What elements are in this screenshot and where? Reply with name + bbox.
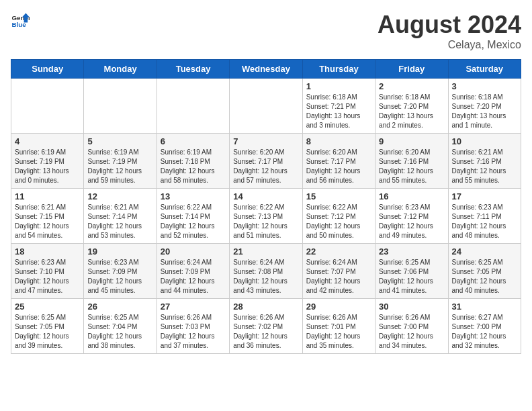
day-info: Sunrise: 6:23 AM Sunset: 7:09 PM Dayligh…	[87, 258, 152, 295]
calendar-cell: 7Sunrise: 6:20 AM Sunset: 7:17 PM Daylig…	[230, 134, 302, 189]
calendar-cell: 19Sunrise: 6:23 AM Sunset: 7:09 PM Dayli…	[84, 244, 157, 299]
day-number: 8	[306, 136, 371, 146]
calendar-cell: 25Sunrise: 6:25 AM Sunset: 7:05 PM Dayli…	[11, 299, 84, 354]
weekday-header-saturday: Saturday	[448, 60, 521, 79]
day-info: Sunrise: 6:22 AM Sunset: 7:13 PM Dayligh…	[233, 203, 298, 240]
day-number: 10	[452, 136, 517, 146]
logo: General Blue	[11, 11, 30, 30]
weekday-header-sunday: Sunday	[11, 60, 84, 79]
day-number: 13	[161, 191, 226, 201]
week-row-1: 1Sunrise: 6:18 AM Sunset: 7:21 PM Daylig…	[11, 79, 521, 134]
month-title: August 2024	[378, 11, 521, 39]
calendar-cell: 3Sunrise: 6:18 AM Sunset: 7:20 PM Daylig…	[448, 79, 521, 134]
day-number: 20	[161, 246, 226, 257]
day-number: 9	[379, 136, 444, 146]
day-number: 1	[306, 81, 371, 91]
day-info: Sunrise: 6:25 AM Sunset: 7:04 PM Dayligh…	[87, 313, 152, 351]
weekday-header-wednesday: Wednesday	[230, 60, 302, 79]
day-info: Sunrise: 6:23 AM Sunset: 7:10 PM Dayligh…	[15, 258, 80, 295]
day-info: Sunrise: 6:24 AM Sunset: 7:08 PM Dayligh…	[233, 258, 298, 295]
calendar-cell	[157, 79, 229, 134]
weekday-header-row: SundayMondayTuesdayWednesdayThursdayFrid…	[11, 60, 521, 79]
day-number: 26	[87, 302, 152, 312]
day-info: Sunrise: 6:18 AM Sunset: 7:20 PM Dayligh…	[452, 93, 517, 130]
calendar-cell: 4Sunrise: 6:19 AM Sunset: 7:19 PM Daylig…	[11, 134, 84, 189]
day-info: Sunrise: 6:25 AM Sunset: 7:05 PM Dayligh…	[15, 313, 80, 351]
location-title: Celaya, Mexico	[378, 39, 521, 51]
calendar-cell: 29Sunrise: 6:26 AM Sunset: 7:01 PM Dayli…	[302, 299, 375, 354]
calendar-cell: 31Sunrise: 6:27 AM Sunset: 7:00 PM Dayli…	[448, 299, 521, 354]
day-number: 4	[15, 136, 80, 146]
day-number: 25	[15, 302, 80, 312]
calendar-cell: 20Sunrise: 6:24 AM Sunset: 7:09 PM Dayli…	[157, 244, 229, 299]
title-area: August 2024 Celaya, Mexico	[378, 11, 521, 51]
day-number: 19	[87, 246, 152, 257]
day-info: Sunrise: 6:24 AM Sunset: 7:07 PM Dayligh…	[306, 258, 371, 295]
calendar-cell	[11, 79, 84, 134]
day-info: Sunrise: 6:27 AM Sunset: 7:00 PM Dayligh…	[452, 313, 517, 351]
day-number: 2	[379, 81, 444, 91]
day-number: 15	[306, 191, 371, 201]
day-info: Sunrise: 6:20 AM Sunset: 7:17 PM Dayligh…	[233, 148, 298, 185]
day-info: Sunrise: 6:23 AM Sunset: 7:11 PM Dayligh…	[452, 203, 517, 240]
day-info: Sunrise: 6:18 AM Sunset: 7:20 PM Dayligh…	[379, 93, 444, 130]
calendar-cell: 2Sunrise: 6:18 AM Sunset: 7:20 PM Daylig…	[375, 79, 448, 134]
day-number: 28	[233, 302, 298, 312]
day-number: 16	[379, 191, 444, 201]
calendar-cell: 10Sunrise: 6:21 AM Sunset: 7:16 PM Dayli…	[448, 134, 521, 189]
calendar-cell: 17Sunrise: 6:23 AM Sunset: 7:11 PM Dayli…	[448, 189, 521, 244]
day-number: 27	[161, 302, 226, 312]
day-number: 18	[15, 246, 80, 257]
calendar-cell: 16Sunrise: 6:23 AM Sunset: 7:12 PM Dayli…	[375, 189, 448, 244]
day-number: 3	[452, 81, 517, 91]
calendar-cell: 5Sunrise: 6:19 AM Sunset: 7:19 PM Daylig…	[84, 134, 157, 189]
day-number: 22	[306, 246, 371, 257]
week-row-2: 4Sunrise: 6:19 AM Sunset: 7:19 PM Daylig…	[11, 134, 521, 189]
day-info: Sunrise: 6:19 AM Sunset: 7:19 PM Dayligh…	[15, 148, 80, 185]
day-number: 31	[452, 302, 517, 312]
day-info: Sunrise: 6:26 AM Sunset: 7:01 PM Dayligh…	[306, 313, 371, 351]
day-info: Sunrise: 6:26 AM Sunset: 7:02 PM Dayligh…	[233, 313, 298, 351]
day-info: Sunrise: 6:21 AM Sunset: 7:15 PM Dayligh…	[15, 203, 80, 240]
day-info: Sunrise: 6:22 AM Sunset: 7:14 PM Dayligh…	[161, 203, 226, 240]
day-info: Sunrise: 6:22 AM Sunset: 7:12 PM Dayligh…	[306, 203, 371, 240]
day-info: Sunrise: 6:19 AM Sunset: 7:19 PM Dayligh…	[87, 148, 152, 185]
calendar-cell: 11Sunrise: 6:21 AM Sunset: 7:15 PM Dayli…	[11, 189, 84, 244]
calendar-cell: 27Sunrise: 6:26 AM Sunset: 7:03 PM Dayli…	[157, 299, 229, 354]
day-info: Sunrise: 6:21 AM Sunset: 7:16 PM Dayligh…	[452, 148, 517, 185]
day-number: 14	[233, 191, 298, 201]
day-info: Sunrise: 6:23 AM Sunset: 7:12 PM Dayligh…	[379, 203, 444, 240]
day-info: Sunrise: 6:26 AM Sunset: 7:00 PM Dayligh…	[379, 313, 444, 351]
calendar-cell: 9Sunrise: 6:20 AM Sunset: 7:16 PM Daylig…	[375, 134, 448, 189]
calendar-cell: 24Sunrise: 6:25 AM Sunset: 7:05 PM Dayli…	[448, 244, 521, 299]
calendar-cell: 13Sunrise: 6:22 AM Sunset: 7:14 PM Dayli…	[157, 189, 229, 244]
day-number: 7	[233, 136, 298, 146]
calendar-cell: 22Sunrise: 6:24 AM Sunset: 7:07 PM Dayli…	[302, 244, 375, 299]
day-number: 6	[161, 136, 226, 146]
calendar-table: SundayMondayTuesdayWednesdayThursdayFrid…	[11, 59, 521, 354]
day-info: Sunrise: 6:19 AM Sunset: 7:18 PM Dayligh…	[161, 148, 226, 185]
calendar-cell: 18Sunrise: 6:23 AM Sunset: 7:10 PM Dayli…	[11, 244, 84, 299]
weekday-header-thursday: Thursday	[302, 60, 375, 79]
day-number: 24	[452, 246, 517, 257]
week-row-5: 25Sunrise: 6:25 AM Sunset: 7:05 PM Dayli…	[11, 299, 521, 354]
calendar-cell: 23Sunrise: 6:25 AM Sunset: 7:06 PM Dayli…	[375, 244, 448, 299]
calendar-cell: 12Sunrise: 6:21 AM Sunset: 7:14 PM Dayli…	[84, 189, 157, 244]
day-info: Sunrise: 6:25 AM Sunset: 7:06 PM Dayligh…	[379, 258, 444, 295]
weekday-header-friday: Friday	[375, 60, 448, 79]
calendar-cell	[230, 79, 302, 134]
calendar-cell	[84, 79, 157, 134]
day-info: Sunrise: 6:24 AM Sunset: 7:09 PM Dayligh…	[161, 258, 226, 295]
day-info: Sunrise: 6:26 AM Sunset: 7:03 PM Dayligh…	[161, 313, 226, 351]
week-row-4: 18Sunrise: 6:23 AM Sunset: 7:10 PM Dayli…	[11, 244, 521, 299]
day-info: Sunrise: 6:18 AM Sunset: 7:21 PM Dayligh…	[306, 93, 371, 130]
day-number: 29	[306, 302, 371, 312]
day-info: Sunrise: 6:25 AM Sunset: 7:05 PM Dayligh…	[452, 258, 517, 295]
day-number: 23	[379, 246, 444, 257]
day-number: 30	[379, 302, 444, 312]
day-number: 5	[87, 136, 152, 146]
calendar-cell: 8Sunrise: 6:20 AM Sunset: 7:17 PM Daylig…	[302, 134, 375, 189]
calendar-cell: 30Sunrise: 6:26 AM Sunset: 7:00 PM Dayli…	[375, 299, 448, 354]
week-row-3: 11Sunrise: 6:21 AM Sunset: 7:15 PM Dayli…	[11, 189, 521, 244]
calendar-cell: 21Sunrise: 6:24 AM Sunset: 7:08 PM Dayli…	[230, 244, 302, 299]
